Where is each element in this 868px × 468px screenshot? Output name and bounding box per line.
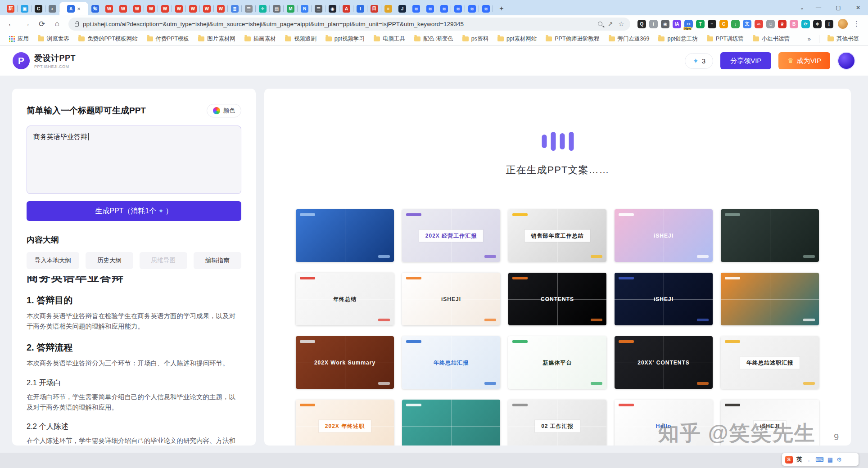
bookmark-folder[interactable]: 配色-渐变色: [411, 34, 457, 44]
bookmarks-overflow-icon[interactable]: »: [804, 36, 814, 42]
outline-tab[interactable]: 导入本地大纲: [27, 252, 79, 269]
bookmark-folder[interactable]: 图片素材网: [194, 34, 239, 44]
browser-tab[interactable]: W: [214, 2, 228, 15]
ppt-template-thumbnail[interactable]: [721, 273, 819, 325]
ppt-template-thumbnail[interactable]: iSHEJI: [402, 273, 500, 325]
outline-tab[interactable]: 历史大纲: [86, 252, 133, 269]
bookmark-folder[interactable]: 旁门左道369: [605, 34, 653, 44]
extension-icon[interactable]: B: [790, 20, 798, 28]
browser-tab[interactable]: ≋: [479, 2, 493, 15]
browser-tab[interactable]: N: [298, 2, 312, 15]
ppt-template-thumbnail[interactable]: 年终总结汇报: [402, 336, 500, 389]
browser-tab[interactable]: W: [144, 2, 158, 15]
browser-tab[interactable]: ≋: [465, 2, 479, 15]
extension-icon[interactable]: ◉: [661, 20, 669, 28]
ppt-template-thumbnail[interactable]: 年终总结: [296, 273, 394, 325]
ppt-template-thumbnail[interactable]: 销售部年度工作总结: [508, 209, 606, 262]
ppt-template-thumbnail[interactable]: [721, 209, 819, 262]
browser-tab[interactable]: 知: [88, 2, 102, 15]
browser-tab[interactable]: W: [200, 2, 214, 15]
extension-icon[interactable]: ▯: [825, 20, 833, 28]
ppt-template-thumbnail[interactable]: 新媒体平台: [508, 336, 606, 389]
ime-keyboard-icon[interactable]: ⌨: [815, 456, 824, 463]
browser-tab[interactable]: ▤: [270, 2, 284, 15]
share-icon[interactable]: ↗: [608, 20, 613, 27]
ppt-template-thumbnail[interactable]: 20XX' CONTENTS: [615, 336, 713, 389]
browser-tab[interactable]: 新: [4, 2, 18, 15]
tab-close-icon[interactable]: ×: [77, 6, 81, 12]
browser-tab[interactable]: ≣: [228, 2, 242, 15]
extension-icon[interactable]: ⟳: [801, 20, 810, 28]
extension-icon[interactable]: C: [719, 20, 728, 28]
ime-language-toggle[interactable]: 英: [796, 455, 802, 464]
bookmark-folder[interactable]: PPT训练营: [703, 34, 747, 44]
zoom-search-icon[interactable]: [598, 22, 602, 26]
browser-tab-active[interactable]: A×: [59, 2, 88, 15]
extension-icon[interactable]: ↓: [731, 20, 740, 28]
bookmark-folder[interactable]: 插画素材: [241, 34, 280, 44]
site-logo[interactable]: P 爱设计PPT PPT.ISHEJI.COM: [13, 52, 76, 69]
new-tab-button[interactable]: +: [496, 3, 507, 14]
address-bar[interactable]: ppt.isheji.com/ai?description=&utm_type=…: [68, 18, 630, 31]
extension-icon[interactable]: ❖: [813, 20, 822, 28]
ppt-template-thumbnail[interactable]: [402, 400, 500, 446]
browser-tab[interactable]: A: [339, 2, 353, 15]
ppt-template-thumbnail[interactable]: 202X 年终述职: [296, 400, 394, 446]
reload-icon[interactable]: ⟳: [35, 17, 49, 31]
extension-icon[interactable]: ♛: [778, 20, 787, 28]
extension-icon[interactable]: IA: [673, 20, 681, 28]
browser-tab[interactable]: M: [284, 2, 298, 15]
window-minimize-button[interactable]: —: [809, 0, 828, 15]
browser-tab[interactable]: ≋: [423, 2, 437, 15]
extension-icon[interactable]: ≡: [708, 20, 716, 28]
bookmark-star-icon[interactable]: ☆: [618, 20, 624, 27]
browser-tab[interactable]: ≡: [381, 2, 395, 15]
browser-tab[interactable]: J: [395, 2, 409, 15]
browser-profile-avatar[interactable]: [838, 19, 848, 29]
extension-icon[interactable]: T: [696, 20, 705, 28]
ppt-template-thumbnail[interactable]: [296, 209, 394, 262]
extension-icon[interactable]: ☺: [766, 20, 775, 28]
bookmark-folder[interactable]: 视频追剧: [281, 34, 320, 44]
generate-ppt-button[interactable]: 生成PPT（消耗1个 ✦ ）: [27, 201, 241, 221]
color-button[interactable]: 颜色: [207, 104, 241, 117]
bookmark-folder[interactable]: ps资料: [459, 34, 492, 44]
browser-tab[interactable]: 目: [367, 2, 381, 15]
browser-tab[interactable]: ◐: [45, 2, 59, 15]
browser-tab[interactable]: ▣: [18, 2, 32, 15]
ppt-template-thumbnail[interactable]: 年终总结述职汇报: [721, 336, 819, 389]
bookmark-folder[interactable]: 免费的PPT模板网站: [75, 34, 141, 44]
title-input[interactable]: 商务英语毕业答辩: [27, 126, 241, 194]
browser-tab[interactable]: ☰: [242, 2, 256, 15]
become-vip-button[interactable]: ♛ 成为VIP: [778, 52, 830, 69]
browser-tab[interactable]: ✈: [256, 2, 270, 15]
ppt-template-thumbnail[interactable]: 202X Work Summary: [296, 336, 394, 389]
window-maximize-button[interactable]: ▢: [828, 0, 848, 15]
ppt-template-thumbnail[interactable]: 02 工作汇报: [508, 400, 606, 446]
tab-search-chevron-icon[interactable]: ⌄: [796, 5, 809, 11]
ppt-template-thumbnail[interactable]: iSHEJI: [615, 209, 713, 262]
bookmark-folder[interactable]: 浏览世界: [34, 34, 73, 44]
browser-tab[interactable]: W: [158, 2, 172, 15]
browser-menu-icon[interactable]: ⋮: [850, 20, 863, 28]
browser-tab[interactable]: I: [353, 2, 367, 15]
ime-toolbar[interactable]: S 英 ， ⌨ ▦ ⚙: [782, 453, 859, 466]
browser-tab[interactable]: W: [130, 2, 144, 15]
outline-tab[interactable]: 编辑指南: [194, 252, 241, 269]
bookmark-folder[interactable]: 小红书运营: [749, 34, 794, 44]
ime-settings-icon[interactable]: ⚙: [836, 456, 842, 463]
share-vip-button[interactable]: 分享领VIP: [720, 52, 771, 69]
bookmark-folder[interactable]: 付费PPT模板: [143, 34, 193, 44]
url-text[interactable]: ppt.isheji.com/ai?description=&utm_type=…: [83, 21, 594, 27]
window-close-button[interactable]: ✕: [848, 0, 868, 15]
browser-tab[interactable]: ☰: [312, 2, 326, 15]
browser-tab[interactable]: W: [186, 2, 200, 15]
browser-tab[interactable]: ≋: [409, 2, 423, 15]
forward-icon[interactable]: →: [20, 17, 33, 31]
ppt-template-thumbnail[interactable]: 202X 经营工作汇报: [402, 209, 500, 262]
browser-tab[interactable]: ≋: [451, 2, 465, 15]
bookmark-folder[interactable]: 电脑工具: [370, 34, 409, 44]
credits-pill[interactable]: ✦ 3: [685, 53, 713, 69]
extension-icon[interactable]: 文: [743, 20, 751, 28]
home-icon[interactable]: ⌂: [50, 17, 64, 31]
